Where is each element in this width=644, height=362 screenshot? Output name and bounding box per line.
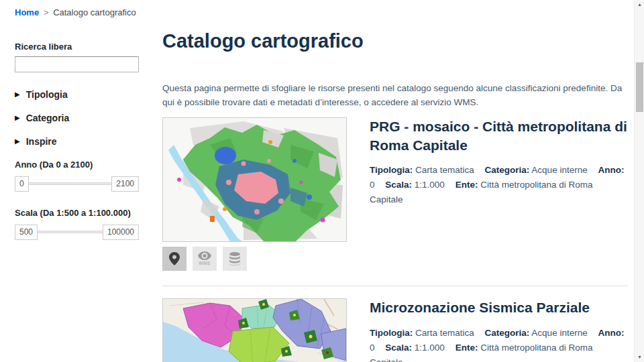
map-view-button[interactable] — [162, 247, 186, 271]
item-metadata: Tipologia: Carta tematica Categoria: Acq… — [370, 163, 628, 207]
breadcrumb-separator: > — [44, 8, 48, 17]
meta-value: 1:1.000 — [415, 343, 445, 353]
caret-right-icon: ▶ — [15, 91, 20, 98]
scroll-down-arrow[interactable]: ▼ — [635, 353, 644, 362]
item-divider — [162, 286, 628, 286]
wms-label: WMS — [199, 261, 210, 265]
data-download-button[interactable] — [223, 247, 247, 271]
meta-value: Acque interne — [531, 165, 587, 175]
caret-right-icon: ▶ — [15, 115, 20, 121]
scrollbar-thumb[interactable] — [636, 62, 643, 112]
meta-value: Carta tematica — [415, 165, 474, 175]
anno-range-slider[interactable]: 0 2100 — [15, 176, 139, 192]
item-action-buttons: WMS — [162, 247, 347, 271]
filter-label: Categoria — [26, 113, 70, 123]
location-pin-icon — [169, 252, 180, 265]
breadcrumb-current: Catalogo cartografico — [53, 7, 136, 17]
wms-preview-button[interactable]: WMS — [193, 247, 217, 271]
filter-categoria[interactable]: ▶ Categoria — [15, 113, 139, 123]
meta-label: Scala: — [385, 180, 412, 190]
filter-tipologia[interactable]: ▶ Tipologia — [15, 89, 139, 100]
prg-map-image — [163, 118, 346, 241]
page-description: Questa pagina permette di sfogliare le r… — [162, 81, 628, 109]
meta-label: Tipologia: — [370, 328, 413, 338]
breadcrumb: Home>Catalogo cartografico — [15, 7, 136, 17]
meta-label: Anno: — [598, 328, 624, 338]
filter-inspire[interactable]: ▶ Inspire — [15, 136, 139, 147]
page-title: Catalogo cartografico — [162, 29, 628, 53]
free-search-label: Ricerca libera — [15, 42, 139, 52]
meta-value: 1:1.000 — [415, 180, 445, 190]
search-input[interactable] — [15, 56, 139, 72]
filter-label: Tipologia — [26, 89, 68, 100]
catalog-item-prg: WMS PRG - mosaico - Città metropolitana … — [162, 117, 628, 271]
item-title: Microzonazione Sismica Parziale — [370, 298, 628, 317]
meta-label: Tipologia: — [370, 165, 413, 175]
caret-right-icon: ▶ — [15, 138, 20, 145]
map-thumbnail-prg[interactable] — [162, 117, 347, 242]
meta-value: Carta tematica — [415, 328, 474, 338]
filter-label: Inspire — [26, 136, 57, 147]
eye-icon — [198, 251, 211, 260]
meta-label: Scala: — [385, 343, 412, 353]
scala-min-handle[interactable]: 500 — [15, 225, 38, 240]
breadcrumb-home-link[interactable]: Home — [15, 7, 39, 17]
scala-slider-label: Scala (Da 1:500 a 1:100.000) — [15, 208, 139, 218]
meta-label: Categoria: — [485, 165, 530, 175]
item-metadata: Tipologia: Carta tematica Categoria: Acq… — [370, 326, 628, 362]
meta-label: Ente: — [455, 180, 478, 190]
scala-max-handle[interactable]: 100000 — [103, 225, 139, 240]
item-title: PRG - mosaico - Città metropolitana di R… — [370, 117, 628, 154]
meta-value: 0 — [370, 180, 375, 190]
scala-range-slider[interactable]: 500 100000 — [15, 225, 139, 240]
meta-label: Anno: — [598, 165, 624, 175]
meta-value: 0 — [370, 343, 375, 353]
filter-sidebar: Ricerca libera ▶ Tipologia ▶ Categoria ▶… — [15, 42, 139, 256]
map-thumbnail-microzonazione[interactable] — [162, 298, 347, 362]
anno-slider-label: Anno (Da 0 a 2100) — [15, 160, 139, 170]
meta-label: Ente: — [455, 343, 478, 353]
anno-max-handle[interactable]: 2100 — [111, 176, 139, 192]
microzonazione-map-image — [163, 299, 346, 362]
meta-label: Categoria: — [485, 328, 530, 338]
main-content: Catalogo cartografico Questa pagina perm… — [162, 29, 628, 362]
database-icon — [229, 252, 241, 265]
scroll-up-arrow[interactable]: ▲ — [635, 0, 644, 9]
anno-min-handle[interactable]: 0 — [15, 176, 29, 192]
meta-value: Acque interne — [531, 328, 587, 338]
catalog-item-microzonazione: Microzonazione Sismica Parziale Tipologi… — [162, 298, 628, 362]
vertical-scrollbar: ▲ ▼ — [634, 0, 644, 362]
